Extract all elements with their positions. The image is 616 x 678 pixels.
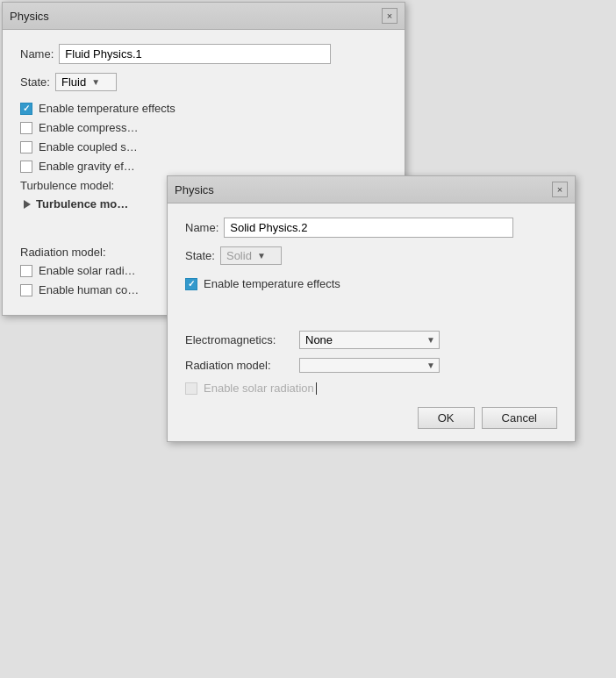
state-label-2: State: (185, 249, 215, 262)
cancel-button[interactable]: Cancel (482, 407, 557, 429)
state-value-1: Fluid (61, 75, 86, 89)
close-button-2[interactable]: × (552, 182, 568, 197)
radiation-arrow: ▼ (426, 360, 435, 370)
checkbox-label-temp-1: Enable temperature effects (39, 102, 175, 115)
checkbox-gravity[interactable] (20, 161, 32, 173)
state-arrow-1: ▼ (91, 77, 100, 87)
btn-row: OK Cancel (185, 407, 557, 429)
checkbox-row-temp-1: Enable temperature effects (20, 102, 387, 115)
checkbox-row-coupled: Enable coupled s… (20, 140, 387, 153)
ok-button[interactable]: OK (418, 407, 475, 429)
electromagnetics-row: Electromagnetics: None ▼ (185, 331, 557, 349)
close-button-1[interactable]: × (382, 8, 398, 24)
turbulence-expand-icon[interactable] (24, 200, 31, 209)
checkbox-row-gravity: Enable gravity ef… (20, 160, 387, 173)
checkbox-label-solar-2: Enable solar radiation (204, 382, 314, 395)
radiation-row: Radiation model: ▼ (185, 358, 557, 373)
state-arrow-2: ▼ (257, 251, 266, 260)
name-input-1[interactable] (59, 44, 331, 64)
title-bar-2: Physics × (168, 176, 575, 203)
cursor-line (316, 382, 317, 395)
radiation-dropdown[interactable]: ▼ (299, 358, 440, 373)
checkbox-label-coupled: Enable coupled s… (39, 140, 138, 153)
electromagnetics-dropdown[interactable]: None ▼ (299, 331, 440, 349)
dialog-solid-physics: Physics × Name: State: Solid ▼ Enable te… (167, 175, 576, 442)
checkbox-row-temp-2: Enable temperature effects (185, 277, 557, 290)
checkbox-label-solar-1: Enable solar radi… (39, 264, 136, 277)
checkbox-compress[interactable] (20, 122, 32, 134)
name-label-2: Name: (185, 221, 218, 234)
state-label-1: State: (20, 75, 50, 89)
checkbox-label-temp-2: Enable temperature effects (204, 277, 340, 290)
dialog1-title: Physics (10, 10, 49, 23)
name-label-1: Name: (20, 47, 54, 61)
checkbox-row-compress: Enable compress… (20, 121, 387, 134)
checkbox-human[interactable] (20, 284, 32, 296)
checkbox-row-solar-2: Enable solar radiation (185, 382, 557, 395)
checkbox-solar-2 (185, 382, 197, 395)
state-row-1: State: Fluid ▼ (20, 73, 387, 91)
checkbox-label-human: Enable human co… (39, 283, 139, 296)
title-bar-1: Physics × (3, 3, 405, 30)
name-row-1: Name: (20, 44, 387, 64)
state-row-2: State: Solid ▼ (185, 246, 557, 265)
checkbox-temp-1[interactable] (20, 103, 32, 115)
name-input-2[interactable] (224, 218, 513, 238)
turbulence-label: Turbulence mo… (36, 197, 128, 211)
radiation-label-2: Radiation model: (185, 359, 299, 372)
electromagnetics-value: None (305, 333, 419, 346)
dialog2-title: Physics (175, 183, 214, 196)
state-value-2: Solid (226, 249, 252, 262)
checkbox-solar-1[interactable] (20, 265, 32, 277)
name-row-2: Name: (185, 218, 557, 238)
checkbox-label-compress: Enable compress… (39, 121, 138, 134)
checkbox-label-gravity: Enable gravity ef… (39, 160, 135, 173)
state-dropdown-2[interactable]: Solid ▼ (220, 246, 282, 265)
electromagnetics-label: Electromagnetics: (185, 333, 299, 346)
checkbox-coupled[interactable] (20, 141, 32, 153)
state-dropdown-1[interactable]: Fluid ▼ (55, 73, 117, 91)
checkbox-temp-2[interactable] (185, 278, 197, 290)
electromagnetics-arrow: ▼ (426, 335, 435, 345)
